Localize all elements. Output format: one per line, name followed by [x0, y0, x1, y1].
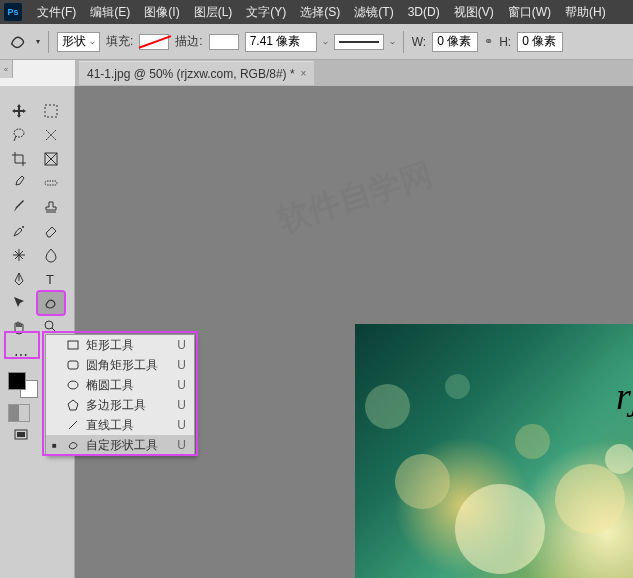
frame-tool[interactable]	[38, 148, 64, 170]
menu-bar: Ps 文件(F) 编辑(E) 图像(I) 图层(L) 文字(Y) 选择(S) 滤…	[0, 0, 633, 24]
quick-select-tool[interactable]	[38, 124, 64, 146]
document-image: rjzxw.	[355, 324, 633, 578]
svg-rect-10	[68, 361, 78, 369]
quickmask-toggle[interactable]	[8, 404, 30, 422]
menu-view[interactable]: 视图(V)	[447, 4, 501, 21]
polygon-icon	[66, 399, 80, 411]
shape-tool[interactable]	[38, 292, 64, 314]
menu-file[interactable]: 文件(F)	[30, 4, 83, 21]
svg-point-11	[68, 381, 78, 389]
main-area: T ⋯ 软件自学网 rjzxw.	[0, 86, 633, 578]
stroke-swatch[interactable]	[209, 34, 239, 50]
stroke-style-arrow[interactable]: ⌵	[390, 37, 395, 46]
height-input[interactable]: 0 像素	[517, 32, 563, 52]
ps-logo: Ps	[4, 3, 22, 21]
menu-edit[interactable]: 编辑(E)	[83, 4, 137, 21]
menu-select[interactable]: 选择(S)	[293, 4, 347, 21]
eyedropper-tool[interactable]	[6, 172, 32, 194]
document-tab[interactable]: 41-1.jpg @ 50% (rjzxw.com, RGB/8#) * ×	[79, 61, 314, 85]
width-input[interactable]: 0 像素	[432, 32, 478, 52]
document-tab-bar: 41-1.jpg @ 50% (rjzxw.com, RGB/8#) * ×	[75, 60, 633, 86]
chevron-down-icon: ⌵	[90, 37, 95, 46]
check-icon: ■	[52, 441, 60, 450]
shape-mode-label: 形状	[62, 33, 86, 50]
roundrect-icon	[66, 359, 80, 371]
screen-mode-toggle[interactable]	[8, 424, 34, 446]
svg-text:T: T	[46, 272, 54, 287]
divider	[48, 31, 49, 53]
color-swatches[interactable]	[8, 372, 38, 398]
menu-filter[interactable]: 滤镜(T)	[347, 4, 400, 21]
canvas[interactable]: 软件自学网 rjzxw.	[75, 86, 633, 578]
tool-preset-arrow[interactable]: ▾	[36, 37, 40, 46]
menu-type[interactable]: 文字(Y)	[239, 4, 293, 21]
menu-image[interactable]: 图像(I)	[137, 4, 186, 21]
tab-title: 41-1.jpg @ 50% (rjzxw.com, RGB/8#) *	[87, 67, 295, 81]
foreground-color[interactable]	[8, 372, 26, 390]
ellipse-tool-item[interactable]: 椭圆工具 U	[46, 375, 194, 395]
dock-collapse[interactable]: «	[0, 60, 13, 78]
gradient-tool[interactable]	[6, 244, 32, 266]
healing-tool[interactable]	[38, 172, 64, 194]
custom-shape-tool-item[interactable]: ■ 自定形状工具 U	[46, 435, 194, 455]
roundrect-tool-item[interactable]: 圆角矩形工具 U	[46, 355, 194, 375]
menu-layer[interactable]: 图层(L)	[187, 4, 240, 21]
move-tool[interactable]	[6, 100, 32, 122]
w-label: W:	[412, 35, 426, 49]
current-tool-icon[interactable]	[8, 31, 30, 53]
stroke-style-select[interactable]	[334, 34, 384, 50]
svg-marker-12	[68, 400, 78, 410]
stroke-width-arrow[interactable]: ⌵	[323, 37, 328, 46]
brush-tool[interactable]	[6, 196, 32, 218]
marquee-tool[interactable]	[38, 100, 64, 122]
pen-tool[interactable]	[6, 268, 32, 290]
menu-window[interactable]: 窗口(W)	[501, 4, 558, 21]
svg-rect-9	[68, 341, 78, 349]
tab-close-icon[interactable]: ×	[301, 68, 307, 79]
svg-rect-3	[45, 181, 57, 185]
rect-tool-item[interactable]: 矩形工具 U	[46, 335, 194, 355]
type-tool[interactable]: T	[38, 268, 64, 290]
fill-swatch[interactable]	[139, 34, 169, 50]
menu-3d[interactable]: 3D(D)	[401, 5, 447, 19]
svg-rect-0	[45, 105, 57, 117]
ellipse-icon	[66, 379, 80, 391]
stamp-tool[interactable]	[38, 196, 64, 218]
stroke-label: 描边:	[175, 33, 202, 50]
stroke-width-input[interactable]: 7.41 像素	[245, 32, 317, 52]
path-select-tool[interactable]	[6, 292, 32, 314]
svg-rect-8	[17, 432, 25, 437]
hand-tool[interactable]	[6, 316, 32, 338]
line-tool-item[interactable]: 直线工具 U	[46, 415, 194, 435]
history-brush-tool[interactable]	[6, 220, 32, 242]
document-text: rjzxw.	[616, 374, 633, 418]
svg-point-4	[22, 226, 24, 228]
rect-icon	[66, 339, 80, 351]
watermark: 软件自学网	[272, 152, 438, 243]
h-label: H:	[499, 35, 511, 49]
toolbox: T ⋯	[0, 86, 75, 578]
link-icon[interactable]: ⚭	[484, 35, 493, 48]
shape-mode-select[interactable]: 形状 ⌵	[57, 32, 100, 52]
custom-shape-icon	[66, 439, 80, 451]
divider	[403, 31, 404, 53]
polygon-tool-item[interactable]: 多边形工具 U	[46, 395, 194, 415]
edit-toolbar-icon[interactable]: ⋯	[8, 344, 34, 366]
crop-tool[interactable]	[6, 148, 32, 170]
shape-tool-flyout: 矩形工具 U 圆角矩形工具 U 椭圆工具 U 多边形工具 U 直线工具 U ■ …	[45, 334, 195, 456]
blur-tool[interactable]	[38, 244, 64, 266]
line-icon	[66, 419, 80, 431]
svg-point-1	[14, 129, 24, 137]
options-bar: ▾ 形状 ⌵ 填充: 描边: 7.41 像素 ⌵ ⌵ W: 0 像素 ⚭ H: …	[0, 24, 633, 60]
lasso-tool[interactable]	[6, 124, 32, 146]
menu-help[interactable]: 帮助(H)	[558, 4, 613, 21]
eraser-tool[interactable]	[38, 220, 64, 242]
fill-label: 填充:	[106, 33, 133, 50]
svg-point-6	[45, 321, 53, 329]
